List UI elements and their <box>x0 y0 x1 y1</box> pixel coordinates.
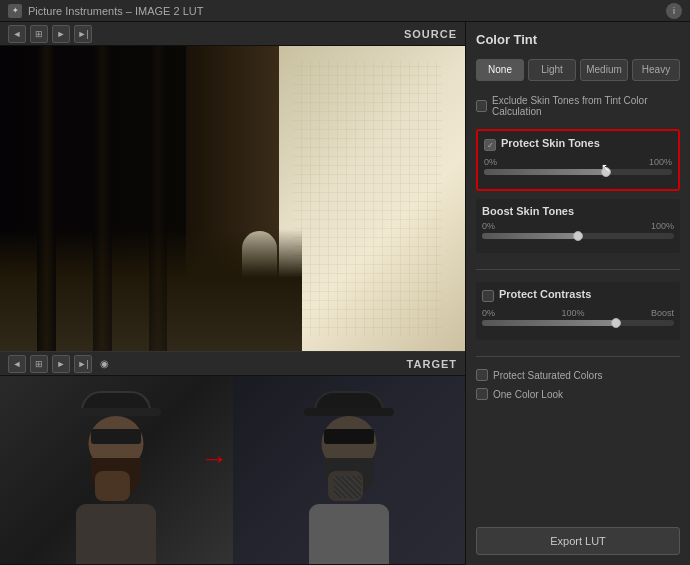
tint-medium-button[interactable]: Medium <box>580 59 628 81</box>
protect-skin-tones-title: Protect Skin Tones <box>501 137 600 149</box>
target-folder-button[interactable]: ⊞ <box>30 355 48 373</box>
protect-contrasts-checkbox[interactable] <box>482 290 494 302</box>
exclude-skin-tones-row: Exclude Skin Tones from Tint Color Calcu… <box>476 95 680 117</box>
one-color-look-label: One Color Look <box>493 389 563 400</box>
protect-contrasts-section: Protect Contrasts 0% 100% Boost <box>476 282 680 340</box>
target-section: ◄ ⊞ ► ►| ◉ TARGET <box>0 352 465 565</box>
protect-contrasts-mid-label: 100% <box>561 308 584 318</box>
arrow-icon: → <box>200 443 228 474</box>
boost-skin-tones-fill <box>482 233 578 239</box>
boost-skin-tones-slider-container: 0% 100% <box>482 221 674 239</box>
protect-saturated-checkbox[interactable] <box>476 369 488 381</box>
source-toolbar: ◄ ⊞ ► ►| SOURCE <box>0 22 465 46</box>
source-image-inner <box>0 46 465 351</box>
tint-buttons: None Light Medium Heavy <box>476 59 680 81</box>
source-section: ◄ ⊞ ► ►| SOURCE <box>0 22 465 352</box>
boost-skin-tones-title: Boost Skin Tones <box>482 205 674 217</box>
protect-skin-tones-row: ✓ Protect Skin Tones <box>484 137 672 153</box>
before-after-arrow: → <box>200 443 228 475</box>
export-lut-button[interactable]: Export LUT <box>476 527 680 555</box>
protect-contrasts-slider[interactable] <box>482 320 674 326</box>
main-layout: ◄ ⊞ ► ►| SOURCE <box>0 22 690 565</box>
boost-skin-tones-thumb[interactable] <box>573 231 583 241</box>
source-play-button[interactable]: ►| <box>74 25 92 43</box>
target-icon: ◉ <box>100 358 109 369</box>
protect-skin-tones-labels: 0% 100% <box>484 157 672 167</box>
divider-1 <box>476 269 680 270</box>
protect-contrasts-slider-container: 0% 100% Boost <box>482 308 674 326</box>
protect-skin-tones-slider-container: 0% 100% ↖ <box>484 157 672 175</box>
one-color-look-row: One Color Look <box>476 388 680 400</box>
target-back-button[interactable]: ◄ <box>8 355 26 373</box>
info-button[interactable]: i <box>666 3 682 19</box>
tint-heavy-button[interactable]: Heavy <box>632 59 680 81</box>
target-image: → <box>0 376 465 564</box>
protect-checkboxes: Protect Saturated Colors One Color Look <box>476 369 680 404</box>
protect-contrasts-row: Protect Contrasts <box>482 288 674 304</box>
protect-skin-tones-slider[interactable]: ↖ <box>484 169 672 175</box>
protect-skin-max-label: 100% <box>649 157 672 167</box>
app-title: Picture Instruments – IMAGE 2 LUT <box>28 5 203 17</box>
protect-contrasts-labels: 0% 100% Boost <box>482 308 674 318</box>
protect-contrasts-min-label: 0% <box>482 308 495 318</box>
boost-skin-min-label: 0% <box>482 221 495 231</box>
protect-skin-min-label: 0% <box>484 157 497 167</box>
tint-light-button[interactable]: Light <box>528 59 576 81</box>
left-panel: ◄ ⊞ ► ►| SOURCE <box>0 22 465 565</box>
target-play-button[interactable]: ►| <box>74 355 92 373</box>
source-toolbar-left: ◄ ⊞ ► ►| <box>8 25 92 43</box>
protect-skin-tones-thumb[interactable] <box>601 167 611 177</box>
protect-skin-tones-checkbox[interactable]: ✓ <box>484 139 496 151</box>
source-image <box>0 46 465 351</box>
exclude-skin-tones-label: Exclude Skin Tones from Tint Color Calcu… <box>492 95 680 117</box>
protect-skin-tones-section: ✓ Protect Skin Tones 0% 100% ↖ <box>476 129 680 191</box>
target-forward-button[interactable]: ► <box>52 355 70 373</box>
source-forward-button[interactable]: ► <box>52 25 70 43</box>
protect-contrasts-title: Protect Contrasts <box>499 288 591 300</box>
divider-2 <box>476 356 680 357</box>
tint-none-button[interactable]: None <box>476 59 524 81</box>
right-panel: Color Tint None Light Medium Heavy Exclu… <box>465 22 690 565</box>
exclude-skin-tones-checkbox[interactable] <box>476 100 487 112</box>
one-color-look-checkbox[interactable] <box>476 388 488 400</box>
protect-skin-tones-fill <box>484 169 606 175</box>
target-toolbar-left: ◄ ⊞ ► ►| ◉ <box>8 355 109 373</box>
title-bar: ✦ Picture Instruments – IMAGE 2 LUT i <box>0 0 690 22</box>
protect-saturated-row: Protect Saturated Colors <box>476 369 680 381</box>
target-label: TARGET <box>407 358 457 370</box>
target-toolbar: ◄ ⊞ ► ►| ◉ TARGET <box>0 352 465 376</box>
title-bar-left: ✦ Picture Instruments – IMAGE 2 LUT <box>8 4 203 18</box>
title-bar-right: i <box>666 3 682 19</box>
target-image-before <box>0 376 233 564</box>
app-icon: ✦ <box>8 4 22 18</box>
boost-skin-tones-labels: 0% 100% <box>482 221 674 231</box>
protect-saturated-label: Protect Saturated Colors <box>493 370 603 381</box>
boost-skin-max-label: 100% <box>651 221 674 231</box>
spacer <box>476 412 680 519</box>
protect-contrasts-max-label: Boost <box>651 308 674 318</box>
boost-skin-tones-slider[interactable] <box>482 233 674 239</box>
protect-contrasts-fill <box>482 320 616 326</box>
boost-skin-tones-section: Boost Skin Tones 0% 100% <box>476 199 680 253</box>
protect-contrasts-thumb[interactable] <box>611 318 621 328</box>
source-label: SOURCE <box>404 28 457 40</box>
panel-title: Color Tint <box>476 32 680 47</box>
target-image-after <box>233 376 466 564</box>
source-back-button[interactable]: ◄ <box>8 25 26 43</box>
source-folder-button[interactable]: ⊞ <box>30 25 48 43</box>
